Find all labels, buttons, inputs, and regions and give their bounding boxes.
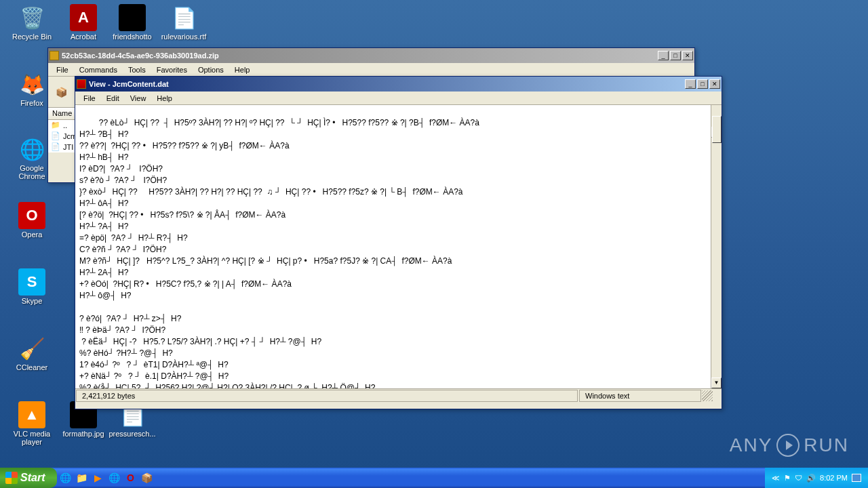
opera-icon[interactable]: O bbox=[123, 471, 137, 485]
tray-shield-icon[interactable]: 🛡 bbox=[795, 474, 802, 482]
vlc-icon[interactable]: ▶ bbox=[91, 471, 104, 485]
desktop-icon-label: Skype bbox=[8, 297, 56, 305]
explorer-icon[interactable]: 📁 bbox=[75, 471, 88, 485]
menu-help[interactable]: Help bbox=[151, 93, 178, 104]
taskbar: Start 🌐 📁 ▶ 🌐 O 📦 ≪ ⚑ 🛡 🔊 8:02 PM bbox=[0, 468, 868, 488]
scroll-down-arrow[interactable]: ▼ bbox=[711, 378, 722, 388]
app-icon bbox=[119, 4, 146, 31]
desktop-icon-rulevarious-rtf[interactable]: 📄rulevarious.rtf bbox=[160, 4, 208, 41]
file-icon: 📄 bbox=[51, 131, 60, 141]
tray-flag-icon[interactable]: ⚑ bbox=[784, 474, 791, 483]
app-icon: ▲ bbox=[18, 401, 45, 428]
desktop-icon-recycle-bin[interactable]: 🗑️Recycle Bin bbox=[8, 4, 56, 41]
play-icon bbox=[776, 434, 800, 457]
view-title: View - JcmContent.dat bbox=[89, 80, 685, 88]
app-icon: 📄 bbox=[170, 4, 197, 31]
desktop-icon-label: pressuresch... bbox=[108, 430, 156, 438]
menu-help[interactable]: Help bbox=[229, 64, 256, 75]
desktop-icon-label: Opera bbox=[8, 230, 56, 239]
file-name: JTI bbox=[63, 143, 73, 151]
app-icon: O bbox=[18, 202, 45, 229]
status-bytes: 2,421,912 bytes bbox=[76, 390, 578, 402]
vertical-scrollbar[interactable]: ▲ ▼ bbox=[711, 105, 722, 388]
close-button[interactable]: ✕ bbox=[682, 51, 693, 60]
menu-file[interactable]: File bbox=[51, 64, 74, 75]
chrome-icon[interactable]: 🌐 bbox=[107, 471, 121, 485]
desktop-icon-label: rulevarious.rtf bbox=[160, 33, 208, 41]
view-menubar: FileEditViewHelp bbox=[75, 92, 722, 105]
status-mode: Windows text bbox=[579, 390, 701, 402]
archive-title: 52cb53ac-18dd-4c5a-ae9c-936ab30019ad.zip bbox=[62, 52, 658, 60]
desktop-icon-label: formathp.jpg bbox=[60, 430, 107, 438]
tray-monitor-icon[interactable] bbox=[852, 474, 861, 482]
maximize-button[interactable]: □ bbox=[670, 51, 681, 60]
desktop-icon-label: CCleaner bbox=[8, 363, 56, 371]
file-icon: 📁 bbox=[51, 121, 60, 130]
desktop-icon-acrobat[interactable]: AAcrobat bbox=[60, 4, 107, 41]
scroll-thumb[interactable] bbox=[712, 116, 722, 143]
view-content[interactable]: ?? èLò┘ HÇ| ?? ┤ H?5º? 3ÀH?| ?? H?| º? H… bbox=[75, 105, 722, 388]
desktop-icon-label: VLC media player bbox=[8, 430, 56, 446]
archive-titlebar[interactable]: 52cb53ac-18dd-4c5a-ae9c-936ab30019ad.zip… bbox=[48, 48, 694, 63]
system-tray: ≪ ⚑ 🛡 🔊 8:02 PM bbox=[765, 468, 868, 488]
windows-logo-icon bbox=[5, 472, 18, 484]
file-name: .. bbox=[63, 121, 67, 129]
menu-view[interactable]: View bbox=[125, 93, 152, 104]
menu-options[interactable]: Options bbox=[193, 64, 229, 75]
tray-volume-icon[interactable]: 🔊 bbox=[806, 474, 816, 483]
minimize-button[interactable]: _ bbox=[685, 79, 696, 89]
app-icon: A bbox=[70, 4, 97, 31]
start-button[interactable]: Start bbox=[0, 468, 57, 488]
archive-menubar: FileCommandsToolsFavoritesOptionsHelp bbox=[48, 63, 694, 77]
file-icon: 📄 bbox=[51, 142, 60, 152]
desktop-icon-opera[interactable]: OOpera bbox=[8, 202, 56, 239]
app-icon: S bbox=[18, 268, 45, 296]
menu-favorites[interactable]: Favorites bbox=[151, 64, 193, 75]
add-button[interactable]: 📦 bbox=[50, 79, 73, 105]
menu-file[interactable]: File bbox=[78, 93, 101, 104]
winrar-icon[interactable]: 📦 bbox=[140, 471, 153, 485]
app-icon: 🗑️ bbox=[18, 4, 45, 31]
tray-clock[interactable]: 8:02 PM bbox=[820, 474, 848, 482]
menu-tools[interactable]: Tools bbox=[123, 64, 151, 75]
app-icon: 🦊 bbox=[18, 70, 45, 98]
view-window: View - JcmContent.dat _ □ ✕ FileEditView… bbox=[75, 76, 722, 409]
view-titlebar[interactable]: View - JcmContent.dat _ □ ✕ bbox=[75, 77, 722, 92]
close-button[interactable]: ✕ bbox=[709, 79, 720, 89]
resize-grip[interactable] bbox=[702, 390, 713, 401]
ie-icon[interactable]: 🌐 bbox=[58, 471, 72, 485]
desktop-icon-label: Acrobat bbox=[60, 33, 107, 41]
file-content-text: ?? èLò┘ HÇ| ?? ┤ H?5º? 3ÀH?| ?? H?| º? H… bbox=[79, 118, 479, 388]
anyrun-watermark: ANY RUN bbox=[730, 434, 849, 457]
desktop-icon-label: Recycle Bin bbox=[8, 33, 56, 41]
maximize-button[interactable]: □ bbox=[697, 79, 708, 89]
app-icon: 🧹 bbox=[18, 335, 45, 362]
desktop-icon-vlc-media-player[interactable]: ▲VLC media player bbox=[8, 401, 56, 446]
archive-icon bbox=[50, 51, 59, 60]
minimize-button[interactable]: _ bbox=[658, 51, 669, 60]
menu-edit[interactable]: Edit bbox=[101, 93, 125, 104]
view-statusbar: 2,421,912 bytes Windows text bbox=[75, 388, 722, 402]
desktop-icon-skype[interactable]: SSkype bbox=[8, 268, 56, 305]
desktop-icon-ccleaner[interactable]: 🧹CCleaner bbox=[8, 335, 56, 371]
desktop-icon-friendshotto[interactable]: friendshotto bbox=[108, 4, 156, 41]
view-icon bbox=[77, 79, 86, 89]
app-icon: 🌐 bbox=[18, 136, 45, 163]
tray-expand-icon[interactable]: ≪ bbox=[772, 474, 780, 483]
menu-commands[interactable]: Commands bbox=[74, 64, 123, 75]
desktop-icon-label: friendshotto bbox=[108, 33, 156, 41]
